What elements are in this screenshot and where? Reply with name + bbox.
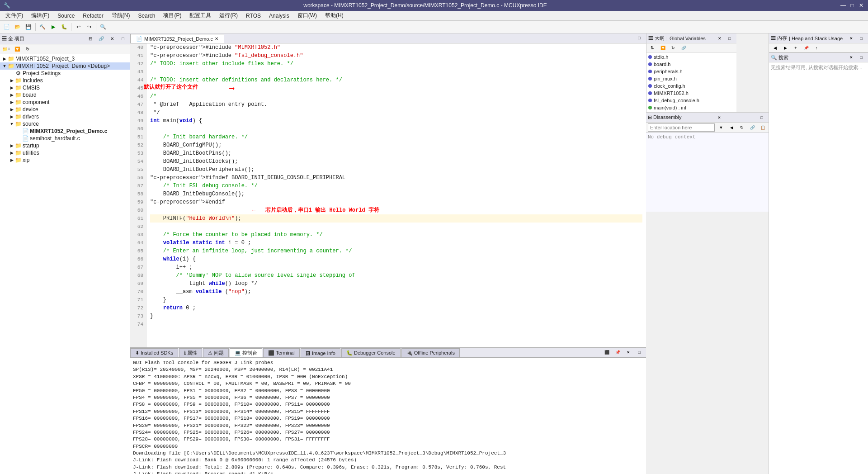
menu-item-h[interactable]: 帮助(H): [321, 11, 347, 20]
bottom-tab-[interactable]: 💻 控制台: [230, 348, 262, 357]
tree-item-label: semihost_hardfault.c: [30, 135, 80, 142]
bottom-panel-ctrl-3[interactable]: □: [634, 347, 644, 357]
menu-item-search[interactable]: Search: [134, 12, 159, 20]
bottom-panel-ctrl-2[interactable]: ✕: [623, 347, 633, 357]
menu-item-f[interactable]: 文件(F): [2, 11, 27, 20]
menu-item-source[interactable]: Source: [54, 12, 78, 20]
file-list-item[interactable]: MIMXRT1052.h: [648, 90, 735, 97]
maximize-button[interactable]: □: [849, 2, 855, 9]
memory-export[interactable]: ↑: [811, 43, 821, 53]
sort-button[interactable]: ⇅: [647, 43, 657, 53]
editor-tab-main[interactable]: 📄 MIMXRT1052_Project_Demo.c ✕: [130, 34, 224, 43]
disasm-go-button[interactable]: ▼: [716, 123, 726, 133]
file-list-item[interactable]: peripherals.h: [648, 68, 735, 75]
file-list-item[interactable]: fsl_debug_console.h: [648, 97, 735, 104]
max-memory-button[interactable]: □: [856, 33, 866, 43]
close-right-panel-button[interactable]: ✕: [715, 33, 725, 43]
tree-item[interactable]: ▶📁component: [0, 99, 130, 106]
bottom-tab-imageinfo[interactable]: 🖼 Image Info: [301, 348, 340, 357]
filter-button[interactable]: 🔽: [12, 44, 22, 54]
minimize-editor-button[interactable]: _: [623, 33, 633, 43]
menu-item-w[interactable]: 窗口(W): [294, 11, 321, 20]
menu-item-rtos[interactable]: RTOS: [242, 12, 264, 20]
disasm-link-button[interactable]: 🔗: [747, 123, 757, 133]
tree-item[interactable]: ▶📁drivers: [0, 113, 130, 120]
tree-item[interactable]: ▶📁device: [0, 106, 130, 113]
refresh-button[interactable]: ↻: [23, 44, 33, 54]
tree-item[interactable]: 📄MIMXRT1052_Project_Demo.c: [0, 128, 130, 135]
memory-pin[interactable]: 📌: [801, 43, 811, 53]
bottom-tab-terminal[interactable]: ⬛ Terminal: [263, 348, 299, 357]
console-line: XPSR = 41000000: APSR = nZcvq, EPSR = 01…: [133, 374, 643, 380]
minimize-button[interactable]: —: [840, 2, 846, 9]
new-button[interactable]: 📄: [2, 22, 12, 32]
filter-outline-button[interactable]: 🔽: [658, 43, 668, 53]
redo-button[interactable]: ↪: [84, 22, 94, 32]
maximize-editor-button[interactable]: □: [634, 33, 644, 43]
maximize-left-panel-button[interactable]: □: [118, 34, 128, 44]
build-button[interactable]: 🔨: [38, 22, 47, 32]
bottom-tab-[interactable]: ℹ 属性: [179, 348, 202, 357]
refresh-outline-button[interactable]: ↻: [668, 43, 678, 53]
file-list-item[interactable]: main(void) : int: [648, 104, 735, 111]
code-content[interactable]: "c-preprocessor">#include "MIMXRT1052.h"…: [146, 43, 646, 347]
disasm-nav-button[interactable]: ◀: [726, 123, 736, 133]
menu-item-[interactable]: 配置工具: [186, 11, 215, 20]
run-button[interactable]: ▶: [48, 22, 58, 32]
close-button[interactable]: ✕: [858, 2, 864, 9]
bottom-tab-[interactable]: ⚠ 问题: [203, 348, 229, 357]
menu-item-analysis[interactable]: Analysis: [265, 12, 293, 20]
memory-add[interactable]: +: [791, 43, 801, 53]
close-disasm-button[interactable]: ✕: [714, 113, 724, 123]
line-number: 46: [133, 92, 143, 100]
new-project-button[interactable]: 📁+: [1, 44, 12, 54]
editor-tab-close-icon[interactable]: ✕: [215, 36, 218, 41]
max-right-panel-button[interactable]: □: [725, 33, 735, 43]
tree-item[interactable]: ▶📁CMSIS: [0, 84, 130, 91]
tree-item[interactable]: ▶📁board: [0, 91, 130, 99]
link-editor-button[interactable]: 🔗: [96, 34, 106, 44]
close-memory-button[interactable]: ✕: [846, 33, 856, 43]
left-panel-header: ☰ 全 项目 ⊟ 🔗 ✕ □: [0, 33, 130, 44]
undo-button[interactable]: ↩: [73, 22, 83, 32]
bottom-tab-offlineperipherals[interactable]: 🔌 Offline Peripherals: [401, 348, 460, 357]
link-outline-button[interactable]: 🔗: [679, 43, 689, 53]
tree-item[interactable]: 📄semihost_hardfault.c: [0, 135, 130, 142]
max-disasm-button[interactable]: □: [757, 113, 767, 123]
file-list-item[interactable]: board.h: [648, 61, 735, 68]
tree-item[interactable]: ▶📁xip: [0, 156, 130, 164]
menu-item-p[interactable]: 项目(P): [160, 11, 185, 20]
file-list-item[interactable]: pin_mux.h: [648, 75, 735, 82]
tree-item[interactable]: ▶📁MIMXRT1052_Project_3: [0, 55, 130, 62]
tree-item[interactable]: ▼📁source: [0, 120, 130, 128]
menu-item-refactor[interactable]: Refactor: [79, 12, 107, 20]
memory-nav-fwd[interactable]: ▶: [780, 43, 790, 53]
max-search-button[interactable]: □: [856, 52, 866, 62]
bottom-tab-debuggerconsole[interactable]: 🐛 Debugger Console: [341, 348, 401, 357]
debug-button[interactable]: 🐛: [59, 22, 69, 32]
tree-item[interactable]: ⚙Project Settings: [0, 70, 130, 77]
memory-nav-back[interactable]: ◀: [770, 43, 780, 53]
menu-item-e[interactable]: 编辑(E): [28, 11, 53, 20]
tree-item[interactable]: ▼📁MIMXRT1052_Project_Demo <Debug>: [0, 62, 130, 70]
tree-item[interactable]: ▶📁utilities: [0, 149, 130, 156]
console-area[interactable]: GUI Flash Tool console for SEGGER J-Link…: [130, 358, 646, 474]
disassembly-location-input[interactable]: [648, 123, 715, 132]
save-button[interactable]: 💾: [24, 22, 33, 32]
close-left-panel-button[interactable]: ✕: [107, 34, 117, 44]
bottom-panel-ctrl-0[interactable]: ⬛: [602, 347, 612, 357]
collapse-all-button[interactable]: ⊟: [85, 34, 95, 44]
disasm-refresh-button[interactable]: ↻: [737, 123, 747, 133]
close-search-button[interactable]: ✕: [846, 52, 856, 62]
menu-item-r[interactable]: 运行(R): [216, 11, 241, 20]
disasm-copy-button[interactable]: 📋: [758, 123, 768, 133]
tree-item[interactable]: ▶📁startup: [0, 142, 130, 149]
file-list-item[interactable]: stdio.h: [648, 53, 735, 61]
tree-item[interactable]: ▶📁Includes: [0, 77, 130, 84]
bottom-tab-installedsdks[interactable]: ⬇ Installed SDKs: [130, 348, 178, 357]
file-list-item[interactable]: clock_config.h: [648, 82, 735, 90]
open-button[interactable]: 📂: [13, 22, 23, 32]
menu-item-n[interactable]: 导航(N): [108, 11, 134, 20]
bottom-panel-ctrl-1[interactable]: 📌: [613, 347, 623, 357]
search-tb-button[interactable]: 🔍: [98, 22, 108, 32]
